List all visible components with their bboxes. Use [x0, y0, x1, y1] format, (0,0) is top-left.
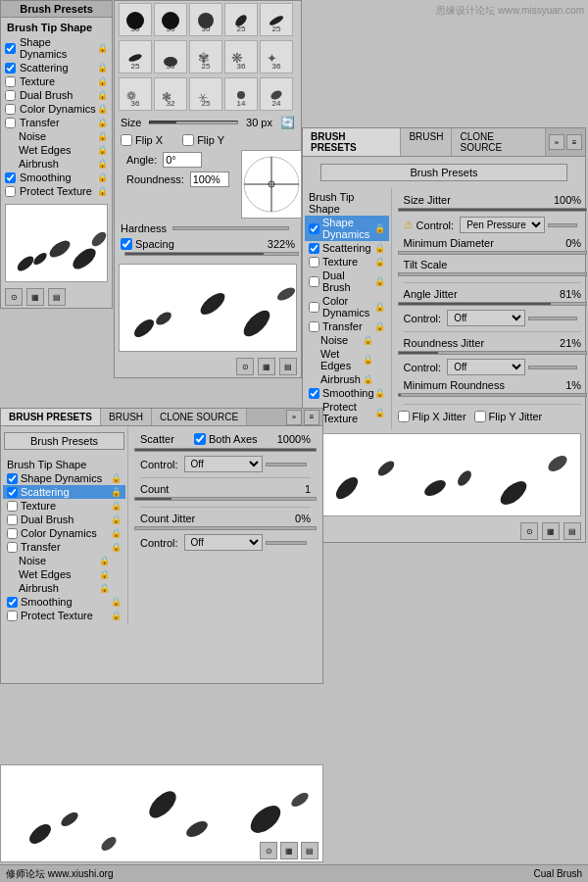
r-brush-tip-shape[interactable]: Brush Tip Shape	[305, 190, 389, 216]
angle-jitter-slider[interactable]	[398, 302, 588, 306]
brush-thumb-1[interactable]: 30	[119, 3, 152, 36]
scatter-slider[interactable]	[134, 448, 317, 452]
brush-thumb-11[interactable]: ❁ 36	[119, 77, 152, 111]
size-lock-icon[interactable]: 🔄	[280, 116, 295, 129]
r-transfer[interactable]: Transfer🔒	[305, 319, 389, 333]
brush-thumb-15[interactable]: 24	[260, 77, 293, 111]
b-wet-edges[interactable]: Wet Edges🔒	[3, 567, 125, 581]
roundness-input[interactable]	[190, 172, 229, 187]
min-diameter-slider[interactable]	[398, 251, 588, 255]
r-noise[interactable]: Noise🔒	[305, 333, 389, 347]
r-scattering[interactable]: Scattering🔒	[305, 241, 389, 255]
flip-y-checkbox[interactable]	[182, 134, 194, 146]
airbrush-item[interactable]: Airbrush 🔒	[3, 157, 110, 171]
b-scattering[interactable]: Scattering🔒	[3, 485, 125, 499]
brush-thumb-12[interactable]: ❃ 32	[154, 77, 187, 111]
right-icon-1[interactable]: ⊙	[520, 522, 538, 540]
b-transfer[interactable]: Transfer🔒	[3, 540, 125, 554]
flip-x-jitter-label[interactable]: Flip X Jitter	[398, 411, 466, 422]
tab-brush-presets-bottom[interactable]: BRUSH PRESETS	[1, 409, 101, 425]
angle-input[interactable]	[163, 152, 202, 168]
scatter-control-select[interactable]: Off	[184, 456, 263, 472]
b-noise[interactable]: Noise🔒	[3, 554, 125, 567]
center-icon-2[interactable]: ▦	[258, 358, 275, 375]
count-slider[interactable]	[134, 497, 317, 501]
min-roundness-slider[interactable]	[398, 393, 588, 397]
tab-brush-presets-right[interactable]: BRUSH PRESETS	[303, 128, 401, 156]
b-smoothing[interactable]: Smoothing🔒	[3, 595, 125, 609]
pen-pressure-select[interactable]: Pen Pressure	[460, 217, 545, 233]
flip-y-label[interactable]: Flip Y	[182, 134, 224, 146]
spacing-checkbox[interactable]	[121, 238, 132, 250]
r-airbrush[interactable]: Airbrush🔒	[305, 372, 389, 386]
wet-edges-item[interactable]: Wet Edges 🔒	[3, 143, 110, 157]
brush-thumb-2[interactable]: 30	[154, 3, 187, 36]
tab-brush-bottom[interactable]: BRUSH	[101, 409, 152, 425]
color-dynamics-item[interactable]: Color Dynamics 🔒	[3, 102, 110, 116]
flip-x-label[interactable]: Flip X	[121, 134, 163, 146]
count-jitter-control-slider[interactable]	[266, 541, 307, 545]
panel-menu-btn[interactable]: ≡	[566, 134, 582, 150]
scattering-item[interactable]: Scattering 🔒	[3, 61, 110, 74]
center-icon-1[interactable]: ⊙	[236, 358, 254, 375]
flip-x-checkbox[interactable]	[121, 134, 132, 146]
both-axes-label[interactable]: Both Axes	[194, 433, 258, 445]
noise-item[interactable]: Noise 🔒	[3, 129, 110, 143]
b-brush-tip-shape[interactable]: Brush Tip Shape	[3, 458, 125, 471]
scatter-control-slider[interactable]	[266, 463, 307, 466]
brush-thumb-9[interactable]: ❋ 36	[224, 40, 258, 74]
tab-brush-right[interactable]: BRUSH	[401, 128, 452, 156]
r-shape-dynamics[interactable]: Shape Dynamics🔒	[305, 216, 389, 241]
roundness-control-select[interactable]: Off	[447, 359, 525, 375]
r-dual-brush[interactable]: Dual Brush🔒	[305, 269, 389, 294]
texture-item[interactable]: Texture 🔒	[3, 74, 110, 88]
brush-thumb-5[interactable]: 25	[260, 3, 293, 36]
bottom-panel-menu[interactable]: ≡	[304, 410, 319, 425]
preview-icon-1[interactable]: ⊙	[260, 842, 277, 859]
panel-icon-3[interactable]: ▤	[48, 288, 66, 306]
panel-icon-2[interactable]: ▦	[26, 288, 44, 306]
transfer-item[interactable]: Transfer 🔒	[3, 116, 110, 129]
brush-thumb-13[interactable]: ⚹ 25	[189, 77, 222, 111]
tab-clone-source-right[interactable]: CLONE SOURCE	[452, 128, 546, 156]
center-icon-3[interactable]: ▤	[279, 358, 297, 375]
count-jitter-control-select[interactable]: Off	[184, 534, 263, 551]
brush-thumb-4[interactable]: 25	[224, 3, 258, 36]
b-dual-brush[interactable]: Dual Brush🔒	[3, 513, 125, 526]
angle-control-select[interactable]: Off	[447, 310, 525, 326]
preview-icon-3[interactable]: ▤	[301, 842, 318, 859]
flip-y-jitter-cb[interactable]	[474, 411, 486, 422]
brush-thumb-10[interactable]: ✦ 36	[260, 40, 293, 74]
bottom-panel-expand[interactable]: »	[286, 410, 302, 425]
protect-texture-item[interactable]: Protect Texture 🔒	[3, 184, 110, 198]
tilt-scale-slider[interactable]	[398, 272, 588, 276]
r-texture[interactable]: Texture🔒	[305, 255, 389, 269]
tab-clone-source-bottom[interactable]: CLONE SOURCE	[152, 409, 247, 425]
panel-icon-1[interactable]: ⊙	[5, 288, 23, 306]
b-protect-texture[interactable]: Protect Texture🔒	[3, 609, 125, 622]
hardness-slider[interactable]	[172, 226, 289, 230]
brush-thumb-14[interactable]: 14	[224, 77, 258, 111]
b-airbrush[interactable]: Airbrush🔒	[3, 581, 125, 595]
bottom-brush-presets-btn[interactable]: Brush Presets	[4, 432, 124, 450]
spacing-slider[interactable]	[124, 252, 299, 256]
flip-x-jitter-cb[interactable]	[398, 411, 410, 422]
flip-y-jitter-label[interactable]: Flip Y Jitter	[474, 411, 543, 422]
roundness-control-slider[interactable]	[528, 366, 577, 369]
roundness-jitter-slider[interactable]	[398, 351, 588, 355]
count-jitter-slider[interactable]	[134, 526, 317, 530]
right-icon-3[interactable]: ▤	[564, 522, 581, 540]
brush-thumb-8[interactable]: ✾ 25	[189, 40, 222, 74]
size-slider[interactable]	[149, 121, 238, 124]
brush-thumb-6[interactable]: 25	[119, 40, 152, 74]
both-axes-checkbox[interactable]	[194, 433, 206, 445]
smoothing-item[interactable]: Smoothing 🔒	[3, 171, 110, 184]
dual-brush-item[interactable]: Dual Brush 🔒	[3, 88, 110, 102]
brush-tip-shape-item[interactable]: Brush Tip Shape	[3, 20, 110, 35]
control-slider-1[interactable]	[548, 223, 577, 227]
brush-thumb-3[interactable]: 30	[189, 3, 222, 36]
shape-dynamics-item[interactable]: Shape Dynamics 🔒	[3, 35, 110, 61]
r-color-dynamics[interactable]: Color Dynamics🔒	[305, 294, 389, 319]
angle-control-slider[interactable]	[528, 317, 577, 320]
brush-presets-btn-right[interactable]: Brush Presets	[320, 164, 567, 181]
